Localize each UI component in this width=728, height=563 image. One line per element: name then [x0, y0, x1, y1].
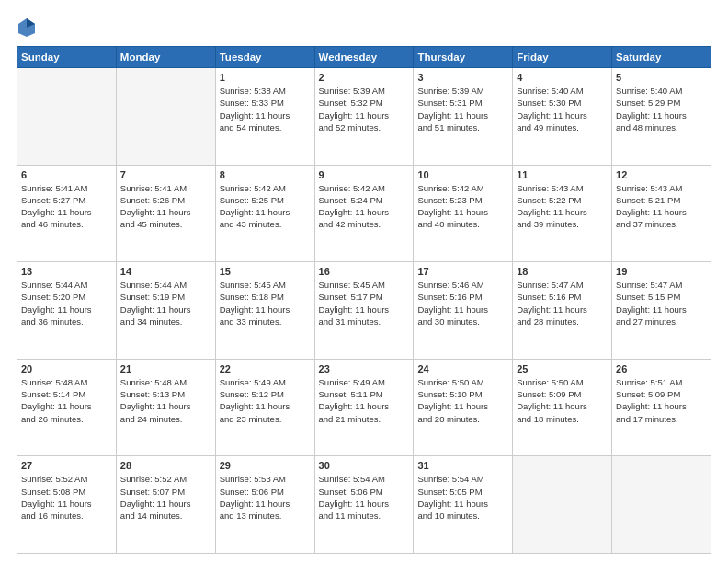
- calendar-cell: 7Sunrise: 5:41 AM Sunset: 5:26 PM Daylig…: [116, 165, 215, 262]
- day-number: 15: [220, 266, 311, 277]
- day-number: 10: [417, 169, 508, 180]
- day-info: Sunrise: 5:52 AM Sunset: 5:08 PM Dayligh…: [21, 473, 112, 522]
- day-number: 21: [120, 363, 211, 374]
- week-row-3: 20Sunrise: 5:48 AM Sunset: 5:14 PM Dayli…: [17, 359, 711, 456]
- calendar-cell: 9Sunrise: 5:42 AM Sunset: 5:24 PM Daylig…: [314, 165, 414, 262]
- day-number: 8: [220, 169, 311, 180]
- day-info: Sunrise: 5:51 AM Sunset: 5:09 PM Dayligh…: [616, 376, 707, 425]
- day-info: Sunrise: 5:45 AM Sunset: 5:17 PM Dayligh…: [319, 279, 410, 327]
- day-info: Sunrise: 5:42 AM Sunset: 5:24 PM Dayligh…: [319, 182, 410, 231]
- day-number: 22: [220, 363, 311, 374]
- calendar-cell: 29Sunrise: 5:53 AM Sunset: 5:06 PM Dayli…: [215, 456, 314, 554]
- day-info: Sunrise: 5:43 AM Sunset: 5:21 PM Dayligh…: [616, 182, 707, 231]
- weekday-header-friday: Friday: [513, 47, 612, 68]
- day-info: Sunrise: 5:42 AM Sunset: 5:25 PM Dayligh…: [220, 182, 311, 231]
- calendar-table: SundayMondayTuesdayWednesdayThursdayFrid…: [17, 46, 711, 554]
- calendar-cell: 4Sunrise: 5:40 AM Sunset: 5:30 PM Daylig…: [513, 68, 612, 166]
- calendar-cell: [612, 456, 711, 554]
- day-info: Sunrise: 5:50 AM Sunset: 5:10 PM Dayligh…: [417, 376, 508, 425]
- day-info: Sunrise: 5:52 AM Sunset: 5:07 PM Dayligh…: [120, 473, 211, 522]
- weekday-header-monday: Monday: [116, 47, 215, 68]
- calendar-cell: 1Sunrise: 5:38 AM Sunset: 5:33 PM Daylig…: [215, 68, 314, 166]
- week-row-4: 27Sunrise: 5:52 AM Sunset: 5:08 PM Dayli…: [17, 456, 711, 554]
- calendar-cell: 18Sunrise: 5:47 AM Sunset: 5:16 PM Dayli…: [513, 262, 612, 360]
- calendar-cell: 12Sunrise: 5:43 AM Sunset: 5:21 PM Dayli…: [612, 165, 711, 262]
- day-info: Sunrise: 5:50 AM Sunset: 5:09 PM Dayligh…: [517, 376, 608, 425]
- day-info: Sunrise: 5:40 AM Sunset: 5:30 PM Dayligh…: [517, 85, 608, 133]
- weekday-header-sunday: Sunday: [17, 47, 117, 68]
- day-number: 7: [120, 169, 211, 180]
- calendar-cell: 2Sunrise: 5:39 AM Sunset: 5:32 PM Daylig…: [314, 68, 414, 166]
- calendar-cell: 31Sunrise: 5:54 AM Sunset: 5:05 PM Dayli…: [414, 456, 513, 554]
- day-number: 18: [517, 266, 608, 277]
- day-info: Sunrise: 5:43 AM Sunset: 5:22 PM Dayligh…: [517, 182, 608, 231]
- day-number: 5: [616, 72, 707, 83]
- day-info: Sunrise: 5:53 AM Sunset: 5:06 PM Dayligh…: [220, 473, 311, 522]
- day-number: 9: [319, 169, 410, 180]
- week-row-0: 1Sunrise: 5:38 AM Sunset: 5:33 PM Daylig…: [17, 68, 711, 166]
- day-info: Sunrise: 5:46 AM Sunset: 5:16 PM Dayligh…: [417, 279, 508, 327]
- calendar-cell: 8Sunrise: 5:42 AM Sunset: 5:25 PM Daylig…: [215, 165, 314, 262]
- calendar-cell: 30Sunrise: 5:54 AM Sunset: 5:06 PM Dayli…: [314, 456, 414, 554]
- calendar-cell: 19Sunrise: 5:47 AM Sunset: 5:15 PM Dayli…: [612, 262, 711, 360]
- calendar-cell: 22Sunrise: 5:49 AM Sunset: 5:12 PM Dayli…: [215, 359, 314, 456]
- calendar-cell: 26Sunrise: 5:51 AM Sunset: 5:09 PM Dayli…: [612, 359, 711, 456]
- day-number: 24: [417, 363, 508, 374]
- calendar-cell: 17Sunrise: 5:46 AM Sunset: 5:16 PM Dayli…: [414, 262, 513, 360]
- day-info: Sunrise: 5:45 AM Sunset: 5:18 PM Dayligh…: [220, 279, 311, 327]
- calendar-cell: 3Sunrise: 5:39 AM Sunset: 5:31 PM Daylig…: [414, 68, 513, 166]
- calendar-cell: 16Sunrise: 5:45 AM Sunset: 5:17 PM Dayli…: [314, 262, 414, 360]
- day-number: 6: [21, 169, 112, 180]
- calendar-cell: 6Sunrise: 5:41 AM Sunset: 5:27 PM Daylig…: [17, 165, 117, 262]
- calendar-cell: [116, 68, 215, 166]
- day-info: Sunrise: 5:49 AM Sunset: 5:12 PM Dayligh…: [220, 376, 311, 425]
- day-info: Sunrise: 5:47 AM Sunset: 5:15 PM Dayligh…: [616, 279, 707, 327]
- calendar-cell: [513, 456, 612, 554]
- day-info: Sunrise: 5:54 AM Sunset: 5:05 PM Dayligh…: [417, 473, 508, 522]
- calendar-cell: 25Sunrise: 5:50 AM Sunset: 5:09 PM Dayli…: [513, 359, 612, 456]
- day-info: Sunrise: 5:48 AM Sunset: 5:13 PM Dayligh…: [120, 376, 211, 425]
- calendar-cell: 20Sunrise: 5:48 AM Sunset: 5:14 PM Dayli…: [17, 359, 117, 456]
- calendar-cell: 21Sunrise: 5:48 AM Sunset: 5:13 PM Dayli…: [116, 359, 215, 456]
- day-number: 14: [120, 266, 211, 277]
- day-number: 12: [616, 169, 707, 180]
- header: [17, 17, 711, 37]
- day-info: Sunrise: 5:41 AM Sunset: 5:27 PM Dayligh…: [21, 182, 112, 231]
- day-number: 11: [517, 169, 608, 180]
- day-info: Sunrise: 5:41 AM Sunset: 5:26 PM Dayligh…: [120, 182, 211, 231]
- day-number: 29: [220, 460, 311, 471]
- day-number: 30: [319, 460, 410, 471]
- day-number: 13: [21, 266, 112, 277]
- day-info: Sunrise: 5:48 AM Sunset: 5:14 PM Dayligh…: [21, 376, 112, 425]
- weekday-header-saturday: Saturday: [612, 47, 711, 68]
- day-number: 17: [417, 266, 508, 277]
- weekday-header-thursday: Thursday: [414, 47, 513, 68]
- calendar-cell: 13Sunrise: 5:44 AM Sunset: 5:20 PM Dayli…: [17, 262, 117, 360]
- calendar-cell: 14Sunrise: 5:44 AM Sunset: 5:19 PM Dayli…: [116, 262, 215, 360]
- day-number: 23: [319, 363, 410, 374]
- day-info: Sunrise: 5:44 AM Sunset: 5:19 PM Dayligh…: [120, 279, 211, 327]
- calendar-cell: 11Sunrise: 5:43 AM Sunset: 5:22 PM Dayli…: [513, 165, 612, 262]
- day-number: 16: [319, 266, 410, 277]
- weekday-header-row: SundayMondayTuesdayWednesdayThursdayFrid…: [17, 47, 711, 68]
- day-number: 20: [21, 363, 112, 374]
- calendar-cell: 23Sunrise: 5:49 AM Sunset: 5:11 PM Dayli…: [314, 359, 414, 456]
- day-info: Sunrise: 5:39 AM Sunset: 5:31 PM Dayligh…: [417, 85, 508, 133]
- calendar-cell: 15Sunrise: 5:45 AM Sunset: 5:18 PM Dayli…: [215, 262, 314, 360]
- calendar-cell: [17, 68, 117, 166]
- calendar-cell: 5Sunrise: 5:40 AM Sunset: 5:29 PM Daylig…: [612, 68, 711, 166]
- weekday-header-wednesday: Wednesday: [314, 47, 414, 68]
- day-info: Sunrise: 5:39 AM Sunset: 5:32 PM Dayligh…: [319, 85, 410, 133]
- page: SundayMondayTuesdayWednesdayThursdayFrid…: [0, 0, 728, 563]
- calendar-cell: 24Sunrise: 5:50 AM Sunset: 5:10 PM Dayli…: [414, 359, 513, 456]
- day-info: Sunrise: 5:49 AM Sunset: 5:11 PM Dayligh…: [319, 376, 410, 425]
- week-row-2: 13Sunrise: 5:44 AM Sunset: 5:20 PM Dayli…: [17, 262, 711, 360]
- day-info: Sunrise: 5:44 AM Sunset: 5:20 PM Dayligh…: [21, 279, 112, 327]
- day-number: 31: [417, 460, 508, 471]
- day-number: 2: [319, 72, 410, 83]
- day-number: 28: [120, 460, 211, 471]
- logo-icon: [18, 17, 35, 37]
- day-number: 3: [417, 72, 508, 83]
- day-info: Sunrise: 5:47 AM Sunset: 5:16 PM Dayligh…: [517, 279, 608, 327]
- calendar-cell: 10Sunrise: 5:42 AM Sunset: 5:23 PM Dayli…: [414, 165, 513, 262]
